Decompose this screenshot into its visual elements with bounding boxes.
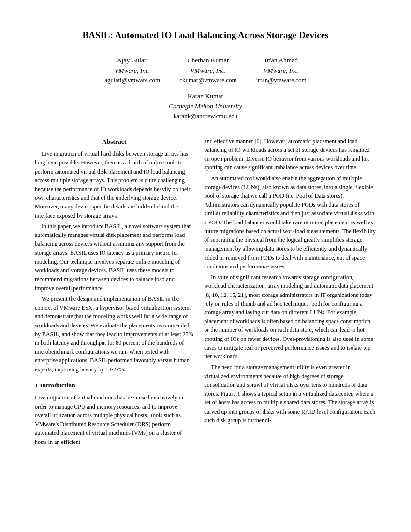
author-4-email: karank@andrew.cmu.edu (35, 111, 376, 121)
author-2-affil: VMware, Inc. (179, 66, 236, 76)
abstract-para-1: Live migration of virtual hard disks bet… (35, 149, 193, 220)
author-block-1: Ajay Gulati VMware, Inc. agulati@vmware.… (104, 56, 160, 86)
section-1-para-1: Live migration of virtual machines has b… (35, 393, 193, 446)
author-3-affil: VMware, Inc. (256, 66, 307, 76)
author-1-affil: VMware, Inc. (104, 66, 160, 76)
author-2-name: Chethan Kumar (179, 56, 236, 66)
right-column: and effective manner [6]. However, autom… (204, 137, 376, 448)
author-3-email: irfan@vmware.com (256, 75, 307, 85)
author-block-2: Chethan Kumar VMware, Inc. ckumar@vmware… (179, 56, 236, 86)
abstract-para-2: In this paper, we introduce BASIL, a nov… (35, 222, 193, 293)
paper-title: BASIL: Automated IO Load Balancing Acros… (35, 29, 376, 42)
authors-row-1: Ajay Gulati VMware, Inc. agulati@vmware.… (35, 56, 376, 86)
abstract-para-3: We present the design and implementation… (35, 295, 193, 374)
right-col-para-1: and effective manner [6]. However, autom… (204, 137, 376, 172)
author-2-email: ckumar@vmware.com (179, 75, 236, 85)
section-1-heading: 1 Introduction (35, 381, 193, 391)
author-1-name: Ajay Gulati (104, 56, 160, 66)
paper-page: BASIL: Automated IO Load Balancing Acros… (0, 0, 411, 532)
right-col-para-3: In spite of significant research towards… (204, 273, 376, 361)
author-3-name: Irfan Ahmad (256, 56, 307, 66)
author-block-3: Irfan Ahmad VMware, Inc. irfan@vmware.co… (256, 56, 307, 86)
right-col-para-4: The need for a storage management utilit… (204, 363, 376, 425)
title-section: BASIL: Automated IO Load Balancing Acros… (35, 29, 376, 121)
section-1-label: 1 Introduction (35, 382, 75, 389)
abstract-section: Abstract Live migration of virtual hard … (35, 137, 193, 374)
abstract-title: Abstract (35, 137, 193, 147)
author-4-affil: Carnegie Mellon University (35, 102, 376, 112)
two-column-layout: Abstract Live migration of virtual hard … (35, 137, 376, 448)
right-col-para-2: An automated tool would also enable the … (204, 174, 376, 271)
author-1-email: agulati@vmware.com (104, 75, 160, 85)
author-block-4: Karan Kumar Carnegie Mellon University k… (35, 91, 376, 121)
left-column: Abstract Live migration of virtual hard … (35, 137, 193, 448)
author-4-name: Karan Kumar (35, 91, 376, 102)
